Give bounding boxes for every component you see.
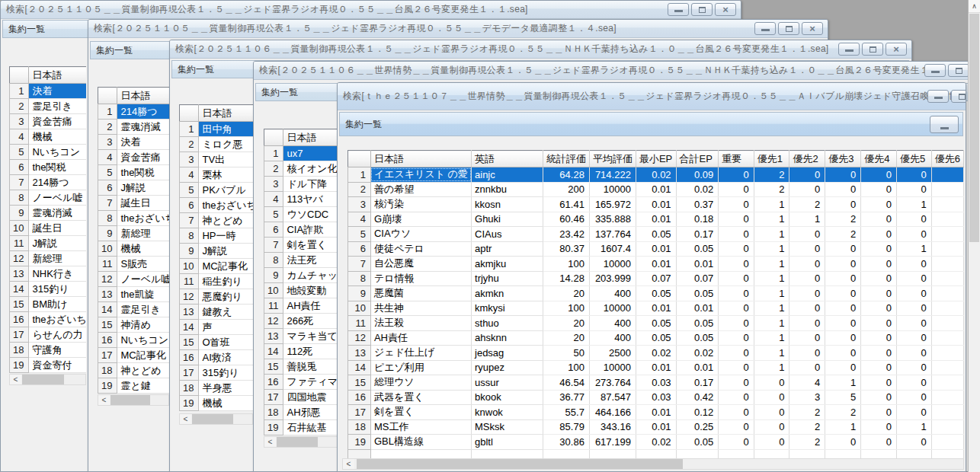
cell[interactable]: 0	[861, 227, 897, 242]
cell[interactable]: 273.764	[589, 375, 636, 391]
cell[interactable]: akmjku	[472, 257, 543, 272]
cell[interactable]: 0	[861, 390, 897, 405]
table-row[interactable]: 1決着	[10, 84, 87, 99]
cell[interactable]: ミロク悪	[199, 137, 253, 152]
table-row[interactable]: 16Nいちコン	[98, 333, 170, 348]
table-row[interactable]: 1ux7	[264, 146, 338, 161]
cell[interactable]: 0.02	[676, 182, 719, 197]
table-row[interactable]: 18MS工作MSksk85.79343.160.010.25002101	[348, 419, 964, 435]
table-row[interactable]: 10機械	[98, 241, 170, 257]
column-header[interactable]: 優先2	[789, 151, 825, 167]
close-button[interactable]: ×	[802, 22, 823, 35]
cell[interactable]: テロ情報	[370, 271, 471, 286]
cell[interactable]: 0	[861, 330, 897, 346]
table-row[interactable]: 11J解説	[10, 236, 87, 251]
cell[interactable]: 165.972	[589, 197, 636, 212]
cell[interactable]	[589, 449, 636, 458]
row-number-cell[interactable]: 1	[10, 84, 29, 99]
cell[interactable]	[897, 449, 932, 458]
row-number-cell[interactable]: 17	[348, 405, 371, 420]
cell[interactable]: 0	[719, 390, 754, 405]
column-header[interactable]: 優先5	[897, 151, 932, 167]
minimize-button[interactable]	[668, 3, 689, 16]
cell[interactable]: 0.25	[676, 419, 719, 435]
row-number-cell[interactable]: 14	[348, 360, 371, 375]
cell[interactable]: 0	[719, 212, 754, 227]
cell[interactable]: 決着	[29, 84, 86, 99]
row-number-cell[interactable]: 9	[98, 226, 117, 241]
scrollbar-thumb[interactable]	[277, 437, 318, 447]
cell[interactable]	[931, 301, 963, 316]
cell[interactable]: 0.02	[676, 346, 719, 361]
row-number-cell[interactable]: 4	[264, 192, 283, 207]
cell[interactable]: 36.77	[543, 390, 589, 405]
cell[interactable]: 0	[719, 257, 754, 272]
cell[interactable]: 新総理	[29, 251, 86, 266]
cell[interactable]	[931, 212, 963, 227]
window-3-titlebar[interactable]: 検索[２０２５１１０６＿＿質量制御再現公表１．５＿＿ジェド霊界ラジオ再現０．５５…	[170, 40, 911, 59]
table-row[interactable]: 4G崩壊Ghuki60.46335.8880.010.18011200	[348, 212, 964, 227]
cell[interactable]	[931, 449, 963, 458]
table-row[interactable]: 15善脱兎	[264, 359, 338, 375]
table-row[interactable]: 9新総理	[98, 226, 170, 241]
maximize-button[interactable]	[951, 90, 966, 103]
cell[interactable]: 30.86	[543, 435, 589, 450]
table-row[interactable]: 3資金苦痛	[10, 114, 87, 129]
row-number-cell[interactable]: 13	[264, 329, 283, 344]
table-row[interactable]: 19石井紘基	[264, 420, 338, 435]
window-1-titlebar[interactable]: 検索[２０２５１１０５＿＿質量制御再現公表１．５＿＿ジェド霊界ラジオ再現０．５５…	[1, 1, 741, 19]
cell[interactable]: 0.01	[636, 197, 676, 212]
cell[interactable]: 誕生日	[29, 221, 86, 236]
cell[interactable]	[931, 375, 963, 391]
cell[interactable]: 2500	[589, 346, 636, 361]
cell[interactable]: trjyhu	[472, 271, 543, 286]
row-number-cell[interactable]: 12	[98, 272, 117, 287]
cell[interactable]: CIAus	[472, 227, 543, 242]
table-row[interactable]: 6使徒ペテロaptr80.371607.40.010.05010001	[348, 241, 964, 257]
row-number-cell[interactable]: 18	[264, 405, 283, 420]
cell[interactable]: 0	[861, 419, 897, 435]
cell[interactable]	[931, 346, 963, 361]
cell[interactable]: 栗林	[199, 167, 253, 183]
row-number-cell[interactable]: 1	[98, 104, 117, 120]
cell[interactable]: 0.01	[636, 360, 676, 375]
cell[interactable]: 資金苦痛	[117, 150, 169, 165]
cell[interactable]: 0	[897, 286, 932, 301]
cell[interactable]: AI救済	[199, 350, 253, 365]
cell[interactable]: 10000	[589, 301, 636, 316]
cell[interactable]: 0.17	[676, 375, 719, 391]
cell[interactable]: 0	[897, 271, 932, 286]
cell[interactable]: 機械	[199, 396, 253, 411]
maximize-button[interactable]	[948, 64, 969, 77]
cell[interactable]: 0.01	[636, 212, 676, 227]
cell[interactable]: O首班	[199, 335, 253, 350]
table-row[interactable]: 4資金苦痛	[98, 150, 170, 165]
cell[interactable]: 400	[589, 286, 636, 301]
cell[interactable]: PKバブル	[199, 183, 253, 198]
cell[interactable]: 0	[789, 346, 825, 361]
cell[interactable]: 0	[754, 375, 789, 391]
cell[interactable]: 0	[897, 375, 932, 391]
cell[interactable]: 0	[897, 435, 932, 450]
cell[interactable]: 0.07	[676, 271, 719, 286]
table-row[interactable]: 13ジェド仕上げjedsag5025000.020.02010000	[348, 346, 964, 361]
cell[interactable]: ノーベル嘘	[117, 272, 169, 287]
cell[interactable]: 0.05	[636, 316, 676, 331]
cell[interactable]: 0	[861, 271, 897, 286]
cell[interactable]: 核汚染	[370, 197, 471, 212]
cell[interactable]: 稲生釣り	[199, 274, 253, 289]
column-header[interactable]	[180, 105, 199, 122]
scroll-left-button[interactable]: <	[343, 459, 354, 469]
cell[interactable]: 0	[897, 227, 932, 242]
cell[interactable]: 203.999	[589, 271, 636, 286]
cell[interactable]: 2	[754, 167, 789, 183]
cell[interactable]: 1	[754, 212, 789, 227]
cell[interactable]: 617.199	[589, 435, 636, 450]
cell[interactable]: 0	[719, 301, 754, 316]
table-row[interactable]: 10MC記事化	[180, 259, 254, 274]
cell[interactable]: 資金寄付	[29, 358, 86, 373]
cell[interactable]: BM助け	[29, 297, 86, 312]
table-row[interactable]: 7剣を置く	[264, 238, 338, 253]
cell[interactable]: kmkysi	[472, 301, 543, 316]
cell[interactable]: 0.05	[676, 241, 719, 257]
